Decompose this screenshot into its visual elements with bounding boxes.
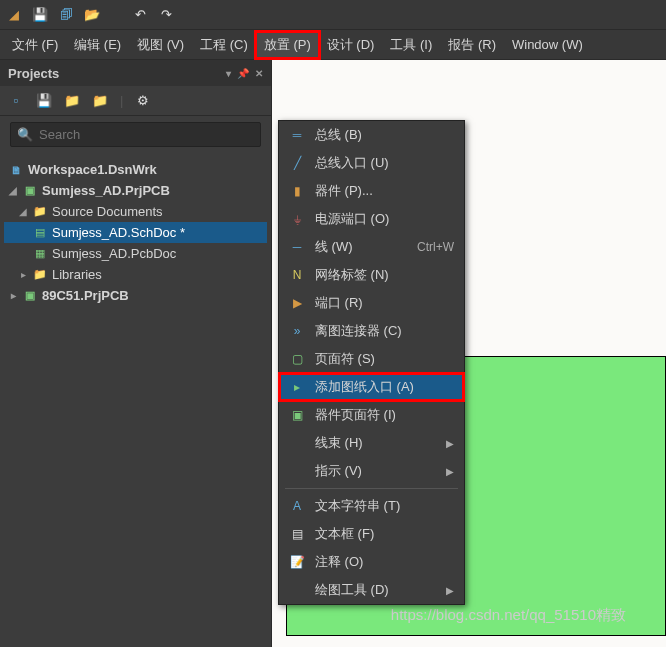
menu-report[interactable]: 报告 (R) xyxy=(440,32,504,58)
project-icon: ▣ xyxy=(22,289,38,303)
sheet-icon: ▢ xyxy=(289,351,305,367)
tree-pcbdoc[interactable]: ▦ Sumjess_AD.PcbDoc xyxy=(4,243,267,264)
caret-down-icon[interactable]: ◢ xyxy=(18,206,28,217)
save-icon[interactable]: 💾 xyxy=(32,7,48,23)
place-dropdown: ═总线 (B) ╱总线入口 (U) ▮器件 (P)... ⏚电源端口 (O) ─… xyxy=(278,120,465,605)
project-icon: ▣ xyxy=(22,184,38,198)
dd-bus[interactable]: ═总线 (B) xyxy=(279,121,464,149)
logo-icon: ◢ xyxy=(6,7,22,23)
text-icon: A xyxy=(289,498,305,514)
chevron-right-icon: ▶ xyxy=(446,466,454,477)
tree-libraries[interactable]: ▸ 📁 Libraries xyxy=(4,264,267,285)
caret-right-icon[interactable]: ▸ xyxy=(8,290,18,301)
menu-design[interactable]: 设计 (D) xyxy=(319,32,383,58)
chevron-right-icon: ▶ xyxy=(446,585,454,596)
search-box[interactable]: 🔍 xyxy=(10,122,261,147)
dd-power-port[interactable]: ⏚电源端口 (O) xyxy=(279,205,464,233)
menu-view[interactable]: 视图 (V) xyxy=(129,32,192,58)
netlabel-icon: N xyxy=(289,267,305,283)
submenu-icon xyxy=(289,463,305,479)
save-panel-icon[interactable]: 💾 xyxy=(36,93,52,109)
dd-sheet-entry[interactable]: ▸添加图纸入口 (A) xyxy=(279,373,464,401)
panel-close-icon[interactable]: ✕ xyxy=(255,68,263,79)
dd-drawing[interactable]: 绘图工具 (D)▶ xyxy=(279,576,464,604)
dd-device-sheet[interactable]: ▣器件页面符 (I) xyxy=(279,401,464,429)
menu-tools[interactable]: 工具 (I) xyxy=(382,32,440,58)
wire-icon: ─ xyxy=(289,239,305,255)
panel-title: Projects xyxy=(8,66,59,81)
panel-pin-icon[interactable]: 📌 xyxy=(237,68,249,79)
tree-schdoc[interactable]: ▤ Sumjess_AD.SchDoc * xyxy=(4,222,267,243)
dd-bus-entry[interactable]: ╱总线入口 (U) xyxy=(279,149,464,177)
folder-icon: 📁 xyxy=(32,205,48,219)
dd-text-frame[interactable]: ▤文本框 (F) xyxy=(279,520,464,548)
new-file-icon[interactable]: ▫ xyxy=(8,93,24,109)
panel-dropdown-icon[interactable]: ▾ xyxy=(226,68,231,79)
dd-net-label[interactable]: N网络标签 (N) xyxy=(279,261,464,289)
top-toolbar: ◢ 💾 🗐 📂 ↶ ↷ xyxy=(0,0,666,30)
dd-port[interactable]: ▶端口 (R) xyxy=(279,289,464,317)
menubar: 文件 (F) 编辑 (E) 视图 (V) 工程 (C) 放置 (P) 设计 (D… xyxy=(0,30,666,60)
dd-sheet-symbol[interactable]: ▢页面符 (S) xyxy=(279,345,464,373)
open-folder-icon[interactable]: 📂 xyxy=(84,7,100,23)
offsheet-icon: » xyxy=(289,323,305,339)
folder2-icon[interactable]: 📁 xyxy=(92,93,108,109)
menu-edit[interactable]: 编辑 (E) xyxy=(66,32,129,58)
tree-project1[interactable]: ◢ ▣ Sumjess_AD.PrjPCB xyxy=(4,180,267,201)
part-icon: ▮ xyxy=(289,183,305,199)
search-icon: 🔍 xyxy=(17,127,33,142)
tree-project2[interactable]: ▸ ▣ 89C51.PrjPCB xyxy=(4,285,267,306)
caret-down-icon[interactable]: ◢ xyxy=(8,185,18,196)
dd-harness[interactable]: 线束 (H)▶ xyxy=(279,429,464,457)
chevron-right-icon: ▶ xyxy=(446,438,454,449)
sheet-entry-icon: ▸ xyxy=(289,379,305,395)
submenu-icon xyxy=(289,435,305,451)
panel-header: Projects ▾ 📌 ✕ xyxy=(0,60,271,86)
redo-icon[interactable]: ↷ xyxy=(158,7,174,23)
menu-project[interactable]: 工程 (C) xyxy=(192,32,256,58)
separator xyxy=(285,488,458,489)
dd-wire[interactable]: ─线 (W)Ctrl+W xyxy=(279,233,464,261)
menu-file[interactable]: 文件 (F) xyxy=(4,32,66,58)
port-icon: ▶ xyxy=(289,295,305,311)
undo-icon[interactable]: ↶ xyxy=(132,7,148,23)
bus-icon: ═ xyxy=(289,127,305,143)
panel-toolbar: ▫ 💾 📁 📁 | ⚙ xyxy=(0,86,271,116)
submenu-icon xyxy=(289,582,305,598)
tree-workspace[interactable]: 🗎 Workspace1.DsnWrk xyxy=(4,159,267,180)
power-icon: ⏚ xyxy=(289,211,305,227)
schematic-icon: ▤ xyxy=(32,226,48,240)
search-input[interactable] xyxy=(39,127,254,142)
frame-icon: ▤ xyxy=(289,526,305,542)
workspace-icon: 🗎 xyxy=(8,163,24,177)
pcb-icon: ▦ xyxy=(32,247,48,261)
dd-offsheet[interactable]: »离图连接器 (C) xyxy=(279,317,464,345)
project-tree: 🗎 Workspace1.DsnWrk ◢ ▣ Sumjess_AD.PrjPC… xyxy=(0,153,271,312)
folder-icon[interactable]: 📁 xyxy=(64,93,80,109)
projects-panel: Projects ▾ 📌 ✕ ▫ 💾 📁 📁 | ⚙ 🔍 🗎 Workspace… xyxy=(0,60,272,647)
save-all-icon[interactable]: 🗐 xyxy=(58,7,74,23)
note-icon: 📝 xyxy=(289,554,305,570)
bus-entry-icon: ╱ xyxy=(289,155,305,171)
caret-right-icon[interactable]: ▸ xyxy=(18,269,28,280)
dd-directives[interactable]: 指示 (V)▶ xyxy=(279,457,464,485)
dd-text-string[interactable]: A文本字符串 (T) xyxy=(279,492,464,520)
folder-icon: 📁 xyxy=(32,268,48,282)
gear-icon[interactable]: ⚙ xyxy=(135,93,151,109)
dd-part[interactable]: ▮器件 (P)... xyxy=(279,177,464,205)
device-sheet-icon: ▣ xyxy=(289,407,305,423)
dd-note[interactable]: 📝注释 (O) xyxy=(279,548,464,576)
watermark: https://blog.csdn.net/qq_51510精致 xyxy=(391,606,626,625)
tree-source-docs[interactable]: ◢ 📁 Source Documents xyxy=(4,201,267,222)
menu-window[interactable]: Window (W) xyxy=(504,33,591,56)
menu-place[interactable]: 放置 (P) xyxy=(256,32,319,58)
